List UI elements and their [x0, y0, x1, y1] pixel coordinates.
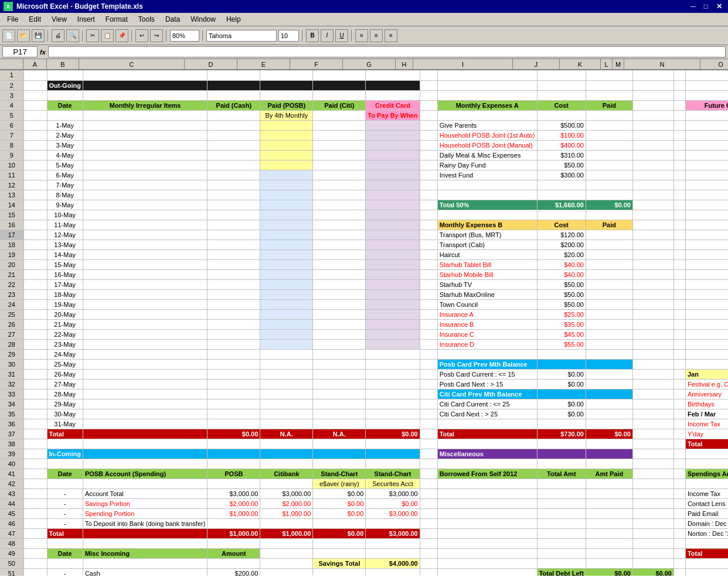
col-header-c[interactable]: C: [79, 59, 185, 70]
table-row: 29 24-May: [0, 349, 728, 359]
table-row: 10 5-May Rainy Day Fund $50.00: [0, 160, 728, 170]
menu-help[interactable]: Help: [222, 14, 246, 25]
outgoing-section-label[interactable]: Out-Going: [47, 80, 83, 90]
table-row: 35 30-May Citi Card Next : > 25 $0.00 Fe…: [0, 409, 728, 419]
redo-btn[interactable]: ↪: [150, 29, 163, 42]
col-header-e[interactable]: E: [237, 59, 290, 70]
align-right-btn[interactable]: ≡: [385, 29, 397, 42]
table-row: 17 12-May Transport (Bus, MRT) $120.00: [0, 230, 728, 240]
table-row: 33 28-May Citi Card Prev Mth Balance Ann…: [0, 389, 728, 399]
align-center-btn[interactable]: ≡: [370, 29, 383, 42]
monthly-exp-a-header[interactable]: Monthly Expenses A: [437, 100, 537, 110]
future-out-header[interactable]: Future Out $: [685, 100, 728, 110]
bold-btn[interactable]: B: [306, 29, 319, 42]
formula-bar: fx: [0, 45, 728, 59]
open-btn[interactable]: 📂: [17, 29, 30, 42]
col-header-j[interactable]: J: [513, 59, 560, 70]
table-row: 14 9-May Total 50% $1,660.00 $0.00: [0, 200, 728, 210]
menu-view[interactable]: View: [47, 14, 72, 25]
size-input[interactable]: 10: [278, 30, 299, 42]
cost-header-a[interactable]: Cost: [537, 100, 586, 110]
grid-container[interactable]: 1 2 Out-Going: [0, 70, 728, 576]
table-row: 43 - Account Total $3,000.00 $3,000.00 $…: [0, 488, 728, 498]
col-header-f[interactable]: F: [290, 59, 343, 70]
table-row: 9 4-May Daily Meal & Misc Expenses $310.…: [0, 150, 728, 160]
new-btn[interactable]: 📄: [2, 29, 15, 42]
col-header-g[interactable]: G: [343, 59, 396, 70]
table-row: 37 Total $0.00 N.A. N.A. $0.00 Total $73…: [0, 429, 728, 439]
menu-format[interactable]: Format: [101, 14, 132, 25]
align-left-btn[interactable]: ≡: [355, 29, 368, 42]
table-row: 32 27-May Posb Card Next : > 15 $0.00 Fe…: [0, 379, 728, 389]
maximize-btn[interactable]: □: [702, 2, 710, 11]
menu-file[interactable]: File: [2, 14, 23, 25]
table-row: 16 11-May Monthly Expenses B Cost Paid: [0, 220, 728, 230]
col-header-h[interactable]: H: [396, 59, 413, 70]
table-row: 19 14-May Haircut $20.00: [0, 250, 728, 259]
table-row: 2 Out-Going: [0, 80, 728, 90]
table-row: 47 Total $1,000.00 $1,000.00 $0.00 $3,00…: [0, 528, 728, 538]
irregular-header[interactable]: Monthly Irregular Items: [83, 100, 207, 110]
fx-label: fx: [40, 49, 46, 56]
credit-card-header[interactable]: Credit Card: [366, 100, 420, 110]
print-btn[interactable]: 🖨: [52, 29, 64, 42]
table-row: 36 31-May Income Tax [500]: [0, 419, 728, 429]
table-row: 23 18-May Starhub MaxOnline $50.00: [0, 289, 728, 299]
table-row: 50 Savings Total $4,000.00: [0, 558, 728, 568]
col-header-l[interactable]: L: [601, 59, 613, 70]
col-header-o[interactable]: O: [700, 59, 728, 70]
toolbar: 📄 📂 💾 🖨 🔍 ✂ 📋 📌 ↩ ↪ 80% Tahoma 10 B I U …: [0, 26, 728, 45]
preview-btn[interactable]: 🔍: [66, 29, 79, 42]
table-row: 30 25-May Posb Card Prev Mth Balance: [0, 359, 728, 369]
col-header-m[interactable]: M: [613, 59, 624, 70]
menu-edit[interactable]: Edit: [24, 14, 46, 25]
table-row: 39 In-Coming Miscellaneous: [0, 449, 728, 459]
col-header-k[interactable]: K: [560, 59, 601, 70]
table-row: 11 6-May Invest Fund $300.00: [0, 170, 728, 180]
table-row: 7 2-May Household POSB Joint (1st Auto) …: [0, 130, 728, 140]
underline-btn[interactable]: U: [335, 29, 348, 42]
col-header-i[interactable]: I: [413, 59, 513, 70]
table-row: 3: [0, 90, 728, 100]
table-row: 51 - Cash $200.00 Total Debt Left $0.00 …: [0, 568, 728, 576]
table-row: 28 23-May Insurance D $55.00: [0, 339, 728, 349]
paid-cash-header[interactable]: Paid (Cash): [207, 100, 260, 110]
col-header-a[interactable]: A: [23, 59, 47, 70]
menu-window[interactable]: Window: [186, 14, 220, 25]
table-row: 13 8-May: [0, 190, 728, 200]
menu-insert[interactable]: Insert: [73, 14, 100, 25]
cell-reference[interactable]: [2, 46, 38, 57]
cut-btn[interactable]: ✂: [86, 29, 99, 42]
table-row: 25 20-May Insurance A $25.00: [0, 309, 728, 319]
table-row: 42 e$aver (rainy) Securites Acct: [0, 479, 728, 488]
col-header-b[interactable]: B: [47, 59, 79, 70]
menu-data[interactable]: Data: [161, 14, 185, 25]
paste-btn[interactable]: 📌: [115, 29, 128, 42]
table-row: 8 3-May Household POSB Joint (Manual) $4…: [0, 140, 728, 150]
table-row: 46 - To Deposit into Bank (doing bank tr…: [0, 518, 728, 528]
col-header-d[interactable]: D: [185, 59, 237, 70]
minimize-btn[interactable]: ─: [688, 2, 698, 11]
table-row: 49 Date Misc Incoming Amount Total $0.00: [0, 548, 728, 558]
copy-btn[interactable]: 📋: [101, 29, 114, 42]
save-btn[interactable]: 💾: [32, 29, 45, 42]
italic-btn[interactable]: I: [321, 29, 334, 42]
date-header[interactable]: Date: [47, 100, 83, 110]
font-input[interactable]: Tahoma: [206, 30, 277, 42]
menu-tools[interactable]: Tools: [134, 14, 159, 25]
close-btn[interactable]: ✕: [714, 2, 724, 11]
table-row: 22 17-May Starhub TV $50.00: [0, 279, 728, 289]
table-row: 20 15-May Starhub Tablet Bill $40.00: [0, 259, 728, 269]
undo-btn[interactable]: ↩: [135, 29, 148, 42]
paid-posb-header[interactable]: Paid (POSB): [260, 100, 313, 110]
zoom-input[interactable]: 80%: [170, 30, 199, 42]
paid-header-a[interactable]: Paid: [586, 100, 632, 110]
col-header-n[interactable]: N: [624, 59, 700, 70]
table-row: 27 22-May Insurance C $45.00: [0, 329, 728, 339]
app-icon: X: [4, 2, 13, 11]
paid-citi-header[interactable]: Paid (Citi): [313, 100, 366, 110]
table-row: 40: [0, 459, 728, 469]
spreadsheet: A B C D E F G H I J K L M N O 1: [0, 59, 728, 576]
formula-input[interactable]: [48, 46, 726, 57]
table-row: 48: [0, 538, 728, 548]
